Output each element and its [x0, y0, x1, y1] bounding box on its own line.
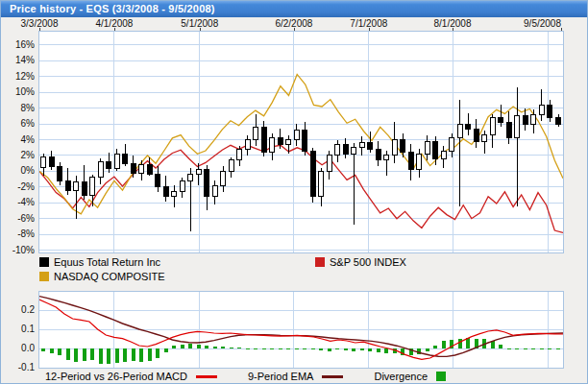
main-y-axis-label: 6%: [1, 118, 35, 129]
legend-item-nasdaq: NASDAQ COMPOSITE: [39, 271, 165, 282]
main-y-axis-label: 8%: [1, 103, 35, 113]
main-y-axis-label: 10%: [1, 86, 35, 97]
main-y-axis-label: 12%: [1, 71, 35, 82]
main-y-axis-label: -2%: [1, 181, 35, 192]
macd-y-axis-label: 0.2: [1, 304, 35, 315]
x-axis-label: 9/5/2008: [524, 18, 561, 29]
legend-item-equus: Equus Total Return Inc: [39, 256, 160, 268]
main-y-axis-label: 16%: [1, 39, 35, 50]
main-y-axis-label: 0%: [1, 165, 35, 176]
macd-chart: [38, 291, 564, 369]
title-bar: Price history - EQS (3/3/2008 - 9/5/2008…: [1, 1, 587, 17]
x-axis-labels: 3/3/20084/1/20085/1/20086/2/20087/1/2008…: [1, 18, 587, 31]
price-history-widget: Price history - EQS (3/3/2008 - 9/5/2008…: [0, 0, 588, 384]
divergence-swatch: [436, 372, 446, 381]
legend-label-macd: 12-Period vs 26-Period MACD: [45, 371, 187, 382]
window-title: Price history - EQS (3/3/2008 - 9/5/2008…: [10, 3, 215, 14]
macd-y-axis-label: 0.0: [1, 343, 35, 353]
ema-line-swatch: [322, 375, 343, 378]
main-y-axis-label: -4%: [1, 197, 35, 207]
legend-item-sp500: S&P 500 INDEX: [315, 256, 406, 268]
main-y-axis-label: 2%: [1, 150, 35, 160]
main-y-axis-label: -8%: [1, 228, 35, 239]
main-y-axis-label: 14%: [1, 55, 35, 65]
main-y-axis-label: 4%: [1, 134, 35, 145]
main-y-axis-label: -6%: [1, 213, 35, 224]
legend-label-nasdaq: NASDAQ COMPOSITE: [54, 271, 165, 282]
main-y-axis-label: -10%: [1, 245, 35, 255]
nasdaq-swatch: [39, 272, 49, 281]
sp500-swatch: [315, 257, 325, 267]
macd-y-axis-label: -0.1: [1, 362, 35, 372]
price-chart: [38, 31, 564, 253]
macd-legend: 12-Period vs 26-Period MACD 9-Period EMA…: [45, 371, 446, 382]
macd-y-axis-label: 0.1: [1, 324, 35, 334]
legend-label-sp500: S&P 500 INDEX: [330, 256, 406, 268]
equus-swatch: [39, 257, 49, 267]
legend-label-equus: Equus Total Return Inc: [54, 256, 160, 268]
legend-label-divergence: Divergence: [374, 371, 428, 382]
legend-label-ema: 9-Period EMA: [248, 371, 313, 382]
macd-line-swatch: [196, 375, 217, 378]
